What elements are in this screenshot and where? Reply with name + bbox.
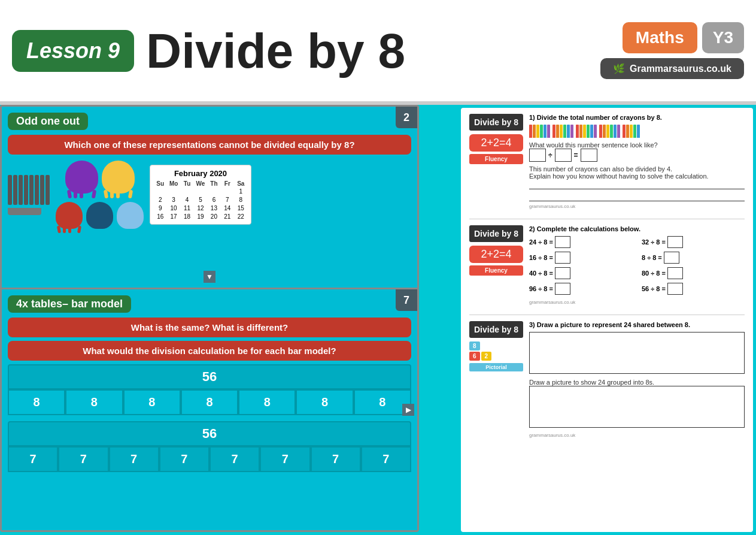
- cal-cell: 11: [181, 204, 193, 212]
- pic-blue-cell: 8: [469, 341, 480, 350]
- divider-2: [469, 315, 745, 315]
- pen: [24, 175, 28, 205]
- maths-badge: Maths: [623, 22, 697, 53]
- pictorial-section: 8 6 2 Pictorial: [469, 341, 523, 371]
- octopus-purple: [65, 161, 98, 194]
- bar-model-2: 56 7 7 7 7 7 7 7 7: [8, 421, 411, 472]
- calc-4-answer[interactable]: [555, 283, 570, 295]
- bar-model-1: 56 8 8 8 8 8 8 8: [8, 364, 411, 415]
- slide2-question: Which one of these representations canno…: [8, 135, 411, 155]
- calc-3-b: 8: [544, 270, 547, 277]
- slide-2: 2 Odd one out Which one of these represe…: [0, 105, 419, 291]
- crayon: [599, 125, 602, 138]
- crayon: [583, 125, 586, 138]
- octopus-light-blue: [117, 202, 144, 229]
- brand-label: Grammarsaurus.co.uk: [630, 64, 731, 74]
- draw-box-2[interactable]: [529, 386, 745, 428]
- crayon-bundle-5: [623, 125, 640, 138]
- slide7-right-arrow[interactable]: ▶: [402, 404, 414, 416]
- calc-8-eq: =: [661, 285, 665, 292]
- cal-cell: 21: [221, 213, 233, 220]
- bar2-cell-8: 7: [361, 446, 411, 472]
- crayon: [603, 125, 606, 138]
- crayon: [606, 125, 609, 138]
- bar1-total: 56: [8, 364, 411, 389]
- bar2-cell-5: 7: [210, 446, 260, 472]
- calc-1-b: 8: [544, 238, 547, 246]
- calc-1-eq: =: [549, 238, 552, 246]
- cal-cell: [221, 188, 233, 195]
- calc-row-3: 40 ÷ 8 =: [529, 267, 632, 279]
- cal-cell: 16: [154, 213, 166, 220]
- calc-8-b: 8: [656, 285, 660, 292]
- calc-row-4: 96 ÷ 8 =: [529, 283, 632, 295]
- calc-7-eq: =: [661, 270, 665, 277]
- ws-left-2: Divide by 8 2+2=4 Fluency: [469, 225, 523, 305]
- calc-7-answer[interactable]: [667, 267, 683, 279]
- cal-cell: 3: [167, 196, 180, 204]
- pictorial-label: Pictorial: [469, 363, 523, 371]
- bar1-cell-6: 8: [296, 389, 353, 415]
- cal-header-th: Th: [208, 180, 220, 187]
- bar-model-label: 4x tables– bar model: [8, 295, 131, 313]
- bar2-cell-1: 7: [8, 446, 58, 472]
- q1-answer-line: [529, 180, 745, 189]
- calc-col-left: 24 ÷ 8 = 16 ÷ 8 =: [529, 236, 632, 295]
- crayon-bundle-3: [576, 125, 597, 138]
- calc-2-answer[interactable]: [555, 252, 570, 264]
- cal-cell: [167, 188, 180, 195]
- crayons-row: [529, 125, 745, 138]
- bar1-cell-2: 8: [65, 389, 123, 415]
- pen: [19, 175, 23, 205]
- cal-cell: 7: [221, 196, 233, 204]
- ws-section-3: Divide by 8 8 6 2 Pictorial 3) Draw a pi…: [469, 321, 745, 438]
- odd-one-out-label: Odd one out: [8, 113, 88, 130]
- calc-5-op: ÷: [651, 238, 654, 246]
- fluency-badge-2: Fluency: [469, 265, 523, 276]
- draw-box-1[interactable]: [529, 332, 745, 374]
- crayon: [590, 125, 593, 138]
- calc-5-answer[interactable]: [667, 236, 683, 248]
- pic-red-cell: 6: [469, 352, 480, 361]
- pen: [8, 175, 12, 205]
- crayon: [617, 125, 620, 138]
- calc-8-answer[interactable]: [667, 283, 683, 295]
- pic-yellow-cell: 2: [481, 352, 492, 361]
- calc-6-a: 8: [642, 254, 645, 261]
- calc-7-a: 80: [642, 270, 649, 277]
- cal-cell: 19: [194, 213, 207, 220]
- cal-cell: 9: [154, 204, 166, 212]
- calc-3-answer[interactable]: [555, 267, 570, 279]
- calendar: February 2020 Su Mo Tu We Th Fr Sa: [150, 165, 251, 225]
- slide-2-number: 2: [396, 107, 417, 128]
- cal-header-fr: Fr: [221, 180, 233, 187]
- calendar-grid: Su Mo Tu We Th Fr Sa 1 2: [154, 180, 247, 220]
- calc-7-op: ÷: [651, 270, 654, 277]
- pic-row-2: 6 2: [469, 352, 523, 361]
- pen: [35, 175, 39, 205]
- crayon: [560, 125, 563, 138]
- q1-input-c[interactable]: [581, 149, 597, 162]
- cal-header-su: Su: [154, 180, 166, 187]
- octopus-row1: [65, 161, 135, 194]
- crayon: [576, 125, 579, 138]
- crayon: [637, 125, 640, 138]
- cal-cell: [181, 188, 193, 195]
- q1-input-a[interactable]: [529, 149, 546, 162]
- slide2-down-arrow[interactable]: ▼: [204, 271, 215, 283]
- crayon-bundle-1: [529, 125, 550, 138]
- ws-right-2: 2) Complete the calculations below. 24 ÷…: [529, 225, 745, 305]
- pen-row-1: [8, 175, 50, 205]
- q1-input-b[interactable]: [555, 149, 572, 162]
- crayon-bundle-4: [599, 125, 620, 138]
- calc-2-eq: =: [549, 254, 552, 261]
- cal-header-sa: Sa: [235, 180, 247, 187]
- cal-cell: 14: [221, 204, 233, 212]
- calc-6-answer[interactable]: [664, 252, 679, 264]
- crayon: [533, 125, 536, 138]
- crayon: [540, 125, 543, 138]
- divider-1: [469, 219, 745, 219]
- pic-row-1: 8: [469, 341, 523, 350]
- calc-row-2: 16 ÷ 8 =: [529, 252, 632, 264]
- calc-1-answer[interactable]: [555, 236, 570, 248]
